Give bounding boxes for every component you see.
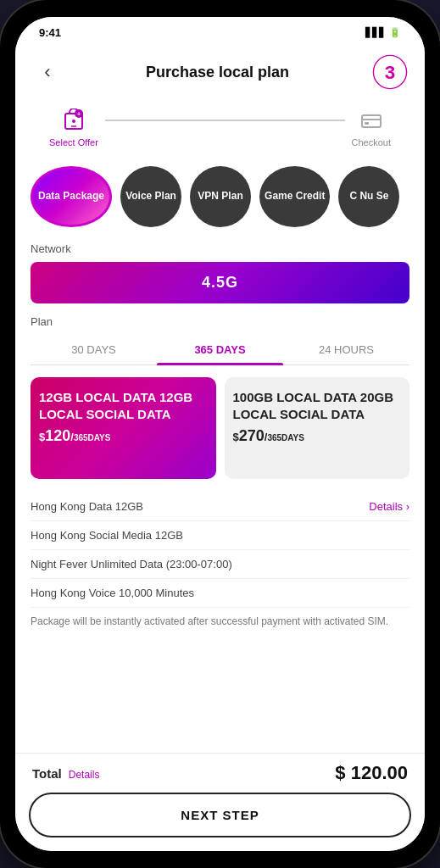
step-select-offer-label: Select Offer [49,137,98,147]
category-other[interactable]: C Nu Se [338,166,399,227]
plan-tabs: 30 DAYS 365 DAYS 24 HOURS [31,335,409,365]
plan-cards: 12GB LOCAL DATA 12GB LOCAL SOCIAL DATA $… [31,377,409,479]
bottom-bar: Total Details $ 120.00 NEXT STEP [15,753,425,851]
total-row: Total Details $ 120.00 [15,754,425,789]
tab-365days[interactable]: 365 DAYS [157,335,283,364]
step-select-offer-icon: + [60,107,87,134]
category-data-package[interactable]: Data Package [31,166,112,227]
wifi-icon: 🔋 [389,27,401,38]
brand-logo: 3 [372,54,408,90]
details-link[interactable]: Details › [369,500,409,513]
status-icons: ▋▋▋ 🔋 [365,27,401,38]
tab-24hours[interactable]: 24 HOURS [283,335,409,364]
feature-hk-social: Hong Kong Social Media 12GB [31,521,409,550]
svg-rect-7 [362,115,381,127]
svg-text:+: + [77,111,81,117]
feature-hk-data: Hong Kong Data 12GB Details › [31,492,409,521]
plan-card-a[interactable]: 12GB LOCAL DATA 12GB LOCAL SOCIAL DATA $… [31,377,216,479]
plan-card-b-price: $270/365DAYS [233,427,402,445]
main-content: Network 4.5G Plan 30 DAYS 365 DAYS 24 HO… [15,239,425,753]
plan-card-b-title: 100GB LOCAL DATA 20GB LOCAL SOCIAL DATA [233,389,402,422]
plan-card-a-title: 12GB LOCAL DATA 12GB LOCAL SOCIAL DATA [39,389,208,422]
total-details-link[interactable]: Details [69,769,100,781]
category-vpn-plan[interactable]: VPN Plan [190,166,251,227]
svg-text:3: 3 [385,62,395,83]
network-label: Network [31,242,409,255]
total-left: Total Details [32,766,99,781]
step-checkout[interactable]: Checkout [352,107,391,147]
step-checkout-icon [358,107,385,134]
category-scroll: Data Package Voice Plan VPN Plan Game Cr… [15,159,425,239]
step-select-offer[interactable]: + Select Offer [49,107,98,147]
back-button[interactable]: ‹ [32,57,63,87]
category-game-credit[interactable]: Game Credit [259,166,330,227]
plan-card-b[interactable]: 100GB LOCAL DATA 20GB LOCAL SOCIAL DATA … [225,377,410,479]
svg-rect-9 [365,122,369,125]
plan-label: Plan [31,315,409,328]
feature-night-fever: Night Fever Unlimited Data (23:00-07:00) [31,550,409,579]
signal-icon: ▋▋▋ [365,27,386,38]
plan-card-a-price: $120/365DAYS [39,427,208,445]
step-connector [105,120,345,121]
network-button[interactable]: 4.5G [31,262,409,303]
total-label: Total [32,766,62,781]
next-step-button[interactable]: NEXT STEP [29,793,411,837]
header: ‹ Purchase local plan 3 [15,47,425,100]
total-amount: $ 120.00 [335,762,408,784]
feature-hk-voice: Hong Kong Voice 10,000 Minutes [31,579,409,608]
status-time: 9:41 [39,26,61,39]
tab-30days[interactable]: 30 DAYS [31,335,157,364]
svg-point-3 [72,120,75,123]
category-voice-plan[interactable]: Voice Plan [120,166,181,227]
package-note: Package will be instantly activated afte… [31,608,409,643]
progress-steps: + Select Offer Checkout [15,100,425,159]
page-title: Purchase local plan [146,64,289,81]
step-checkout-label: Checkout [352,137,391,147]
status-bar: 9:41 ▋▋▋ 🔋 [15,17,425,47]
